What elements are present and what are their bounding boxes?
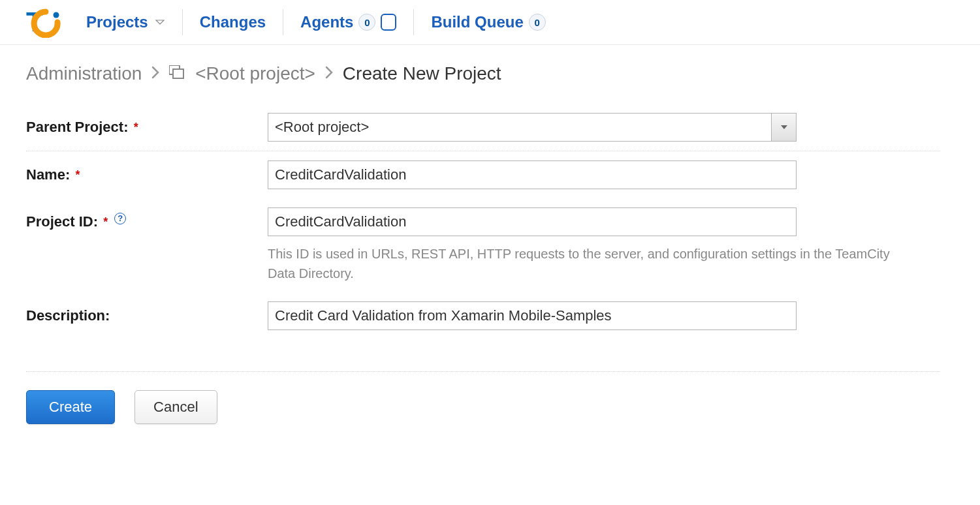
breadcrumb-root-project-label: <Root project> (195, 63, 315, 84)
svg-point-1 (54, 12, 59, 18)
label-description: Description: (26, 301, 268, 330)
nav-separator (413, 9, 414, 35)
breadcrumb-current: Create New Project (343, 63, 501, 84)
label-project-id: Project ID: * ? (26, 207, 268, 236)
name-field[interactable] (268, 161, 797, 189)
breadcrumb-root-project[interactable]: <Root project> (169, 63, 315, 84)
create-button[interactable]: Create (26, 390, 115, 424)
parent-project-select[interactable]: <Root project> (268, 113, 797, 142)
select-dropdown-button[interactable] (771, 114, 796, 141)
parent-project-value: <Root project> (268, 119, 771, 136)
project-id-hint: This ID is used in URLs, REST API, HTTP … (268, 244, 908, 283)
build-queue-count-badge: 0 (529, 14, 546, 31)
nav-changes[interactable]: Changes (193, 10, 272, 34)
agents-secondary-badge (381, 14, 396, 31)
breadcrumb-administration[interactable]: Administration (26, 63, 142, 84)
nav-changes-label: Changes (200, 13, 266, 31)
nav-agents[interactable]: Agents 0 (294, 10, 403, 34)
label-parent-project-text: Parent Project: (26, 119, 129, 135)
chevron-right-icon (151, 64, 160, 84)
nav-agents-label: Agents (300, 13, 353, 31)
project-icon (169, 65, 186, 80)
nav-projects-label: Projects (86, 13, 148, 31)
project-id-field[interactable] (268, 207, 797, 236)
description-field[interactable] (268, 301, 797, 330)
required-indicator: * (134, 121, 138, 134)
required-indicator: * (103, 215, 108, 228)
required-indicator: * (75, 168, 80, 181)
label-name-text: Name: (26, 166, 70, 183)
chevron-right-icon (324, 64, 334, 84)
help-icon[interactable]: ? (114, 213, 126, 224)
row-description: Description: (26, 292, 940, 339)
row-name: Name: * (26, 151, 940, 198)
nav-build-queue-label: Build Queue (431, 13, 523, 31)
form-actions: Create Cancel (0, 372, 980, 442)
row-project-id: Project ID: * ? This ID is used in URLs,… (26, 198, 940, 292)
top-nav: T Projects Changes Agents 0 Build Queue … (0, 0, 980, 45)
svg-rect-3 (173, 69, 183, 78)
agents-count-badge: 0 (358, 14, 375, 31)
breadcrumb: Administration <Root project> Create New… (0, 45, 980, 104)
label-description-text: Description: (26, 307, 110, 324)
create-project-form: Parent Project: * <Root project> Name: *… (0, 104, 966, 372)
form-bottom-divider (26, 339, 940, 372)
label-name: Name: * (26, 161, 268, 189)
nav-separator (182, 9, 183, 35)
nav-projects[interactable]: Projects (80, 10, 172, 34)
triangle-down-icon (780, 125, 788, 130)
teamcity-logo-icon[interactable]: T (26, 7, 61, 38)
cancel-button[interactable]: Cancel (134, 390, 217, 424)
label-project-id-text: Project ID: (26, 213, 98, 230)
label-parent-project: Parent Project: * (26, 113, 268, 142)
nav-build-queue[interactable]: Build Queue 0 (424, 10, 552, 34)
chevron-down-icon (155, 13, 165, 31)
nav-separator (283, 9, 283, 35)
row-parent-project: Parent Project: * <Root project> (26, 104, 940, 151)
